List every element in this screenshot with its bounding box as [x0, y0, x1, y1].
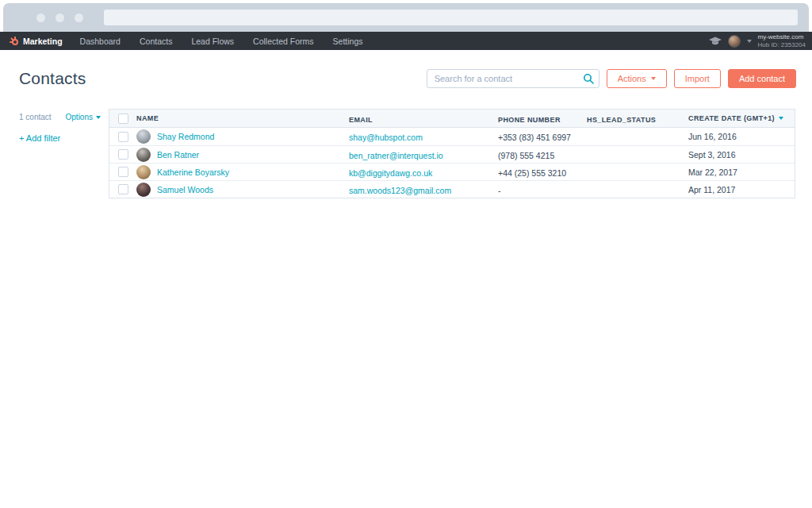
window-controls — [36, 13, 83, 22]
nav-item-collected-forms[interactable]: Collected Forms — [253, 37, 313, 46]
search-input[interactable] — [427, 69, 599, 88]
contact-name-link[interactable]: Ben Ratner — [157, 150, 199, 160]
top-navbar: Marketing Dashboard Contacts Lead Flows … — [0, 32, 812, 50]
table-header-row: NAME EMAIL PHONE NUMBER HS_LEAD_STATUS C… — [109, 110, 795, 128]
contact-name-link[interactable]: Samuel Woods — [157, 185, 213, 194]
contact-avatar — [136, 129, 151, 144]
contact-create-date: Mar 22, 2017 — [688, 167, 737, 177]
contact-phone: +353 (83) 451 6997 — [498, 133, 571, 142]
import-button[interactable]: Import — [674, 69, 721, 88]
row-checkbox[interactable] — [118, 132, 128, 142]
table-row: Katherine Boyarsky kb@diggitydawg.co.uk … — [109, 163, 795, 180]
academy-graduation-cap-icon[interactable] — [709, 37, 722, 46]
account-info: my-website.com Hub ID: 2353204 — [758, 33, 806, 49]
contact-email-link[interactable]: ben_ratner@interquest.io — [349, 151, 443, 160]
brand-label: Marketing — [23, 37, 63, 46]
options-link-label: Options — [66, 113, 93, 121]
select-all-checkbox[interactable] — [118, 114, 128, 124]
actions-button[interactable]: Actions — [607, 69, 667, 88]
column-header-name[interactable]: NAME — [136, 114, 159, 122]
nav-item-settings[interactable]: Settings — [333, 37, 363, 46]
add-contact-button[interactable]: Add contact — [728, 69, 796, 88]
options-link[interactable]: Options — [66, 113, 101, 121]
column-header-phone[interactable]: PHONE NUMBER — [498, 116, 561, 124]
actions-button-label: Actions — [618, 74, 646, 83]
import-button-label: Import — [685, 74, 710, 83]
contact-search — [427, 69, 599, 88]
nav-item-dashboard[interactable]: Dashboard — [80, 37, 121, 46]
contact-email-link[interactable]: kb@diggitydawg.co.uk — [349, 168, 432, 178]
contact-name-link[interactable]: Katherine Boyarsky — [157, 167, 229, 177]
address-bar[interactable] — [104, 10, 798, 25]
column-header-hs-lead-status[interactable]: HS_LEAD_STATUS — [587, 116, 656, 124]
contact-phone: - — [498, 186, 501, 195]
contact-name-link[interactable]: Shay Redmond — [157, 132, 214, 141]
account-caret-down-icon[interactable] — [747, 40, 752, 43]
contact-count: 1 contact — [19, 113, 52, 121]
nav-item-lead-flows[interactable]: Lead Flows — [191, 37, 234, 46]
filters-sidebar: 1 contact Options + Add filter — [19, 109, 109, 143]
search-icon[interactable] — [583, 73, 594, 84]
hubspot-sprocket-icon — [10, 37, 19, 46]
nav-item-contacts[interactable]: Contacts — [140, 37, 172, 46]
row-checkbox[interactable] — [118, 184, 128, 194]
toolbar: Actions Import Add contact — [427, 69, 796, 88]
table-row: Shay Redmond shay@hubspot.com +353 (83) … — [109, 128, 795, 145]
hubspot-brand[interactable]: Marketing — [10, 37, 63, 46]
sort-caret-down-icon[interactable] — [779, 117, 783, 120]
table-row: Samuel Woods sam.woods123@gmail.com - Ap… — [109, 180, 795, 198]
window-close-button[interactable] — [36, 13, 45, 22]
contact-email-link[interactable]: shay@hubspot.com — [349, 133, 423, 142]
contact-create-date: Jun 16, 2016 — [688, 132, 737, 141]
content-body: 1 contact Options + Add filter NAME EMAI… — [0, 109, 812, 198]
contact-avatar — [136, 183, 151, 197]
contacts-table: NAME EMAIL PHONE NUMBER HS_LEAD_STATUS C… — [109, 109, 795, 198]
window-minimize-button[interactable] — [56, 13, 64, 22]
column-header-create-date[interactable]: CREATE DATE (GMT+1) — [688, 114, 775, 122]
contact-email-link[interactable]: sam.woods123@gmail.com — [349, 186, 451, 195]
user-avatar[interactable] — [728, 35, 741, 48]
row-checkbox[interactable] — [118, 149, 128, 160]
window-zoom-button[interactable] — [75, 13, 83, 22]
contact-phone: +44 (25) 555 3210 — [498, 168, 566, 178]
row-checkbox[interactable] — [118, 167, 128, 177]
contact-avatar — [136, 165, 151, 179]
column-header-email[interactable]: EMAIL — [349, 116, 373, 124]
account-hub-id: Hub ID: 2353204 — [758, 41, 806, 49]
browser-chrome — [3, 3, 809, 32]
account-domain: my-website.com — [758, 33, 806, 41]
contact-avatar — [136, 148, 151, 162]
options-caret-down-icon — [96, 116, 101, 119]
contact-phone: (978) 555 4215 — [498, 151, 554, 160]
add-contact-button-label: Add contact — [739, 74, 785, 83]
contact-create-date: Apr 11, 2017 — [688, 185, 735, 194]
table-row: Ben Ratner ben_ratner@interquest.io (978… — [109, 145, 795, 163]
contact-create-date: Sept 3, 2016 — [688, 150, 736, 160]
actions-caret-down-icon — [651, 77, 656, 80]
navbar-right: my-website.com Hub ID: 2353204 — [709, 33, 806, 49]
add-filter-link[interactable]: + Add filter — [19, 133, 109, 143]
page-header: Contacts Actions Import Add contact — [0, 50, 812, 109]
page-title: Contacts — [19, 69, 86, 88]
